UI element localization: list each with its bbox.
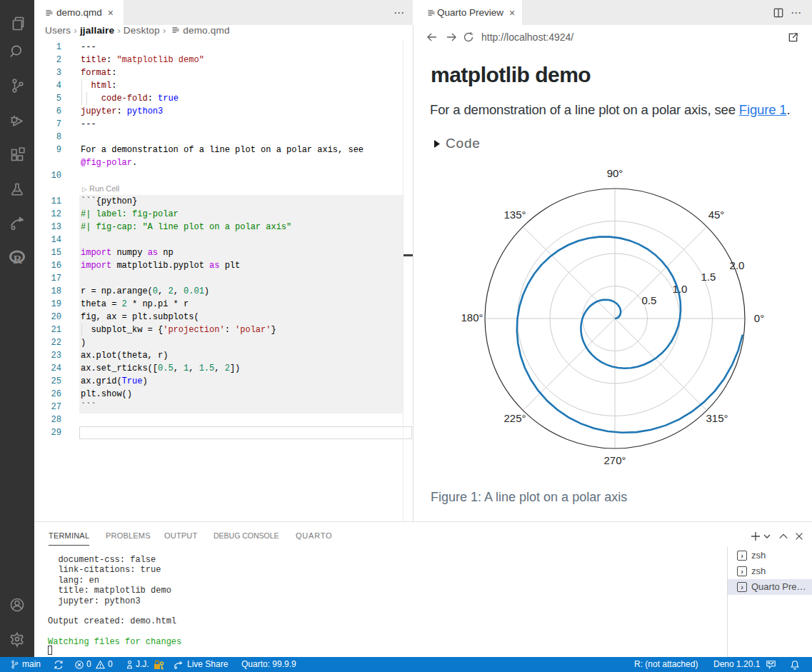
svg-text:225°: 225°	[503, 412, 526, 424]
svg-text:2.0: 2.0	[730, 259, 745, 271]
svg-text:270°: 270°	[603, 454, 626, 466]
svg-text:180°: 180°	[461, 311, 483, 324]
svg-text:0°: 0°	[754, 312, 764, 324]
svg-text:0.5: 0.5	[642, 294, 657, 306]
svg-text:1.0: 1.0	[673, 283, 688, 295]
svg-text:45°: 45°	[708, 209, 725, 221]
svg-text:90°: 90°	[607, 167, 623, 179]
svg-text:135°: 135°	[503, 209, 526, 221]
svg-text:315°: 315°	[706, 412, 728, 424]
svg-text:1.5: 1.5	[701, 271, 716, 283]
svg-text:R: R	[14, 253, 23, 266]
